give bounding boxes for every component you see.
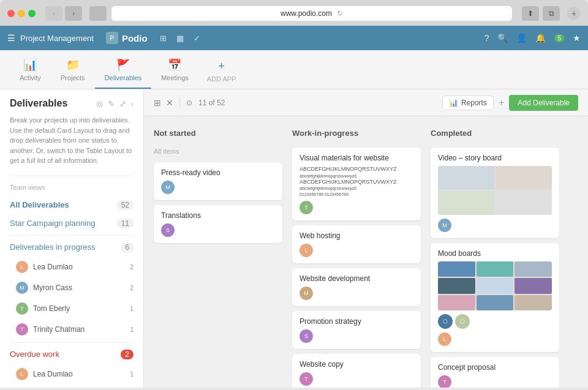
- forward-button[interactable]: ›: [65, 6, 82, 21]
- overdue-lea-count: 1: [130, 370, 134, 378]
- add-report-icon[interactable]: +: [499, 97, 504, 108]
- card-website-copy[interactable]: Website copy T: [292, 354, 421, 388]
- back-button[interactable]: ‹: [45, 6, 62, 21]
- card-website-dev[interactable]: Website development M: [292, 268, 421, 306]
- help-icon[interactable]: ?: [484, 33, 489, 43]
- card-web-hosting-avatar: L: [300, 244, 313, 257]
- member-lea-label: Lea Dumlao: [33, 263, 130, 271]
- rss-icon[interactable]: ◎: [96, 99, 103, 108]
- minimize-dot[interactable]: [18, 10, 25, 17]
- sidebar-item-star-campaign[interactable]: Star Campaign planning 11: [0, 214, 143, 233]
- share-button[interactable]: ⬆: [522, 6, 539, 21]
- card-promotion-avatar: S: [300, 329, 313, 343]
- star-campaign-label: Star Campaign planning: [10, 219, 117, 228]
- tab-activity[interactable]: 📊 Activity: [10, 53, 51, 89]
- add-deliverable-button[interactable]: Add Deliverable: [509, 95, 578, 111]
- tab-meetings[interactable]: 📅 Meetings: [151, 53, 198, 89]
- collapse-sidebar-icon[interactable]: ‹: [131, 99, 134, 108]
- column-not-started-header: Not started: [154, 126, 282, 143]
- card-mood-image: [438, 261, 552, 310]
- card-translations[interactable]: Translations S: [154, 205, 282, 243]
- sidebar-item-overdue[interactable]: Overdue work 2: [0, 345, 143, 364]
- main-content: Deliverables ◎ ✎ ⤢ ‹ Break your projects…: [0, 89, 588, 388]
- app-container: ☰ Project Management P Podio ⊞ ▦ ✓ ? 🔍 👤…: [0, 26, 588, 388]
- calendar-icon[interactable]: ▦: [176, 34, 184, 43]
- member-lea-count: 2: [130, 263, 134, 271]
- tab-deliverables-label: Deliverables: [105, 74, 142, 81]
- expand-icon[interactable]: ⤢: [119, 99, 126, 108]
- sidebar-item-overdue-lea[interactable]: L Lea Dumlao 1: [0, 364, 143, 384]
- avatar-myron: M: [16, 282, 28, 294]
- sidebar-item-myron[interactable]: M Myron Cass 2: [0, 277, 143, 298]
- add-app-button[interactable]: + ADD APP: [198, 55, 245, 89]
- new-window-button[interactable]: +: [567, 7, 581, 20]
- sidebar-item-all-deliverables[interactable]: All Deliverables 52: [0, 196, 143, 214]
- address-bar[interactable]: www.podio.com ↻: [111, 6, 512, 21]
- bell-icon[interactable]: 🔔: [535, 33, 546, 43]
- star-campaign-count: 11: [117, 219, 134, 228]
- check-icon[interactable]: ✓: [194, 34, 200, 43]
- card-storyboard-avatar: M: [438, 219, 451, 232]
- reports-button[interactable]: 📊 Reports: [442, 96, 494, 110]
- toolbar-items-count: 11 of 52: [198, 99, 225, 107]
- card-translations-title: Translations: [161, 211, 275, 220]
- in-progress-count: 6: [121, 242, 134, 252]
- card-visual-title: Visual materials for website: [300, 154, 413, 162]
- podio-icon: P: [106, 32, 118, 44]
- add-app-label: ADD APP: [207, 75, 236, 83]
- card-mood-boards[interactable]: Mood boards: [431, 243, 559, 352]
- card-concept-proposal[interactable]: Concept proposal T: [431, 357, 559, 388]
- toolbar-filter[interactable]: ⊙: [186, 99, 192, 107]
- add-icon: +: [218, 60, 225, 73]
- window-button[interactable]: [89, 6, 107, 21]
- star-icon[interactable]: ★: [573, 33, 581, 43]
- content-toolbar: ⊞ ✕ ⊙ 11 of 52 📊 Reports + Add Deliverab…: [144, 89, 588, 116]
- notification-count[interactable]: 5: [554, 34, 564, 42]
- card-web-hosting[interactable]: Web hosting L: [292, 225, 421, 263]
- card-website-dev-title: Website development: [300, 274, 413, 283]
- sidebar-item-lea[interactable]: L Lea Dumlao 2: [0, 257, 143, 277]
- avatar-lea: L: [16, 261, 28, 273]
- tab-activity-label: Activity: [20, 74, 41, 81]
- sidebar-title: Deliverables: [10, 98, 67, 109]
- sidebar-item-tom[interactable]: T Tom Eberly 1: [0, 298, 143, 319]
- close-dot[interactable]: [7, 10, 15, 17]
- card-storyboard-image: [438, 166, 552, 215]
- avatar-trinity: T: [16, 323, 28, 336]
- board-layout-icon[interactable]: ⊞: [154, 98, 161, 108]
- card-press-ready-video[interactable]: Press-ready video M: [154, 162, 282, 200]
- activity-icon: 📊: [23, 58, 37, 72]
- member-myron-count: 2: [130, 284, 134, 291]
- filter-icon: ⊙: [186, 99, 192, 107]
- maximize-dot[interactable]: [28, 10, 36, 17]
- avatar-overdue-lea: L: [16, 368, 28, 380]
- grid-icon[interactable]: ⊞: [160, 34, 167, 43]
- table-layout-icon[interactable]: ✕: [166, 98, 173, 108]
- sidebar-item-trinity[interactable]: T Trinity Chatman 1: [0, 319, 143, 340]
- all-items-label: All items: [154, 148, 282, 155]
- edit-icon[interactable]: ✎: [108, 99, 115, 108]
- card-visual-materials[interactable]: Visual materials for website ABCDEFGHIJK…: [292, 148, 421, 220]
- card-website-copy-avatar: T: [300, 372, 313, 386]
- toolbar-icons: ⊞ ✕: [154, 98, 173, 108]
- card-promotion[interactable]: Promotion strategy S: [292, 311, 421, 349]
- content-area: ⊞ ✕ ⊙ 11 of 52 📊 Reports + Add Deliverab…: [144, 89, 588, 388]
- menu-icon[interactable]: ☰: [7, 33, 15, 43]
- profile-icon[interactable]: 👤: [516, 33, 527, 43]
- card-mood-icon: ⬡: [438, 314, 453, 329]
- tab-projects[interactable]: 📁 Projects: [51, 53, 95, 89]
- column-wip: Work-in-progress Visual materials for we…: [292, 126, 421, 378]
- podio-label: Podio: [122, 33, 148, 43]
- search-icon[interactable]: 🔍: [497, 33, 508, 43]
- card-website-copy-title: Website copy: [300, 360, 413, 369]
- card-video-storyboard[interactable]: Video – story board M: [431, 148, 559, 238]
- sidebar-item-overdue-trinity[interactable]: T Trinity Chatman 1: [0, 384, 143, 388]
- avatar-tom: T: [16, 302, 28, 315]
- reload-icon[interactable]: ↻: [337, 9, 343, 18]
- card-mood-avatar: L: [438, 332, 451, 346]
- card-website-dev-avatar: M: [300, 287, 313, 300]
- sidebar-item-in-progress[interactable]: Deliverables in progress 6: [0, 238, 143, 257]
- new-tab-button[interactable]: ⧉: [543, 6, 560, 21]
- tab-deliverables[interactable]: 🚩 Deliverables: [95, 53, 152, 89]
- tab-projects-label: Projects: [61, 74, 85, 81]
